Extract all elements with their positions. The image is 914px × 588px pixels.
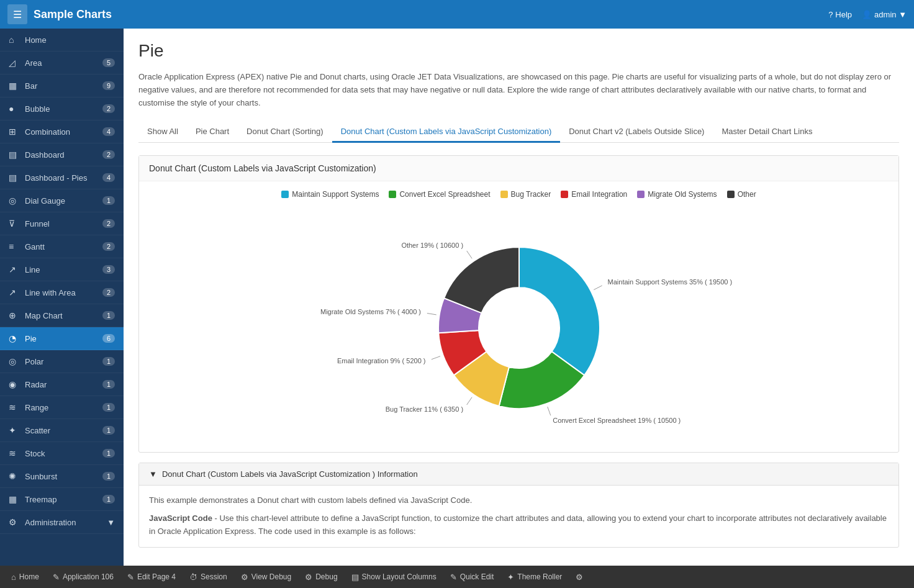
pie-icon: ◔	[9, 333, 20, 343]
range-icon: ≋	[9, 402, 20, 412]
sidebar-badge-radar: 1	[102, 380, 115, 389]
home-icon: ⌂	[9, 35, 20, 45]
donut-label-4: Migrate Old Systems 7% ( 4000 )	[320, 308, 420, 315]
legend-item: Migrate Old Systems	[637, 190, 717, 199]
chart-section: Donut Chart (Custom Labels via JavaScrip…	[138, 155, 899, 453]
bar-icon: ▦	[9, 81, 20, 91]
bottom-btn-home[interactable]: ⌂Home	[5, 570, 45, 584]
collapse-icon: ▼	[149, 469, 157, 479]
info-body: This example demonstrates a Donut chart …	[139, 486, 898, 546]
tab-donut-v2[interactable]: Donut Chart v2 (Labels Outside Slice)	[560, 122, 713, 143]
bottom-btn-label-quick-edit: Quick Edit	[460, 572, 494, 581]
sidebar-item-polar[interactable]: ◎Polar1	[0, 350, 124, 373]
bottom-btn-label-home: Home	[19, 572, 39, 581]
bottom-btn-label-application: Application 106	[63, 572, 114, 581]
sidebar-badge-stock: 1	[102, 449, 115, 458]
bottom-btn-view-debug[interactable]: ⚙View Debug	[235, 570, 298, 584]
sidebar-badge-funnel: 2	[102, 219, 115, 228]
bottom-btn-session[interactable]: ⏱Session	[183, 570, 233, 584]
admin-link[interactable]: 👤 admin ▼	[862, 10, 907, 19]
sidebar-item-radar[interactable]: ◉Radar1	[0, 373, 124, 396]
tab-donut-sorting[interactable]: Donut Chart (Sorting)	[238, 122, 332, 143]
line-icon: ↗	[9, 265, 20, 274]
tab-show-all[interactable]: Show All	[138, 122, 187, 143]
donut-label-1: Convert Excel Spreadsheet 19% ( 10500 )	[553, 417, 681, 425]
gantt-icon: ≡	[9, 242, 20, 251]
sidebar-label-gantt: Gantt	[25, 242, 102, 251]
bottom-btn-label-show-layout: Show Layout Columns	[362, 572, 437, 581]
donut-label-0: Maintain Support Systems 35% ( 19500 )	[607, 279, 732, 286]
sidebar-item-line-with-area[interactable]: ↗Line with Area2	[0, 281, 124, 304]
bottom-btn-label-view-debug: View Debug	[251, 572, 292, 581]
view-debug-icon: ⚙	[241, 572, 248, 582]
sidebar-item-bubble[interactable]: ●Bubble2	[0, 97, 124, 120]
legend-label: Convert Excel Spreadsheet	[399, 190, 490, 199]
dashboard-icon: ▤	[9, 150, 20, 160]
legend-label: Other	[738, 190, 756, 199]
area-icon: ◿	[9, 58, 20, 68]
sidebar-item-treemap[interactable]: ▦Treemap1	[0, 488, 124, 511]
donut-slice-5[interactable]	[444, 247, 519, 313]
sidebar-item-funnel[interactable]: ⊽Funnel2	[0, 212, 124, 235]
sidebar-item-dial-gauge[interactable]: ◎Dial Gauge1	[0, 189, 124, 212]
legend-item: Email Integration	[561, 190, 627, 199]
legend-swatch	[727, 191, 735, 198]
sidebar-item-line[interactable]: ↗Line3	[0, 258, 124, 281]
bottom-btn-edit-page[interactable]: ✎Edit Page 4	[121, 570, 182, 584]
sidebar-badge-sunburst: 1	[102, 472, 115, 481]
bottom-btn-settings[interactable]: ⚙	[569, 570, 589, 584]
label-line-0	[594, 286, 602, 290]
bottom-btn-theme-roller[interactable]: ✦Theme Roller	[501, 570, 568, 584]
sidebar-label-treemap: Treemap	[25, 495, 102, 504]
sidebar-label-combination: Combination	[25, 127, 102, 137]
sidebar-label-stock: Stock	[25, 449, 102, 458]
dashboard-pies-icon: ▤	[9, 173, 20, 183]
sidebar-item-stock[interactable]: ≋Stock1	[0, 442, 124, 465]
sidebar-label-line-with-area: Line with Area	[25, 288, 102, 297]
sidebar-label-line: Line	[25, 265, 102, 274]
tab-pie-chart[interactable]: Pie Chart	[187, 122, 238, 143]
legend-swatch	[500, 191, 508, 198]
page-title: Pie	[138, 41, 899, 61]
sidebar-label-bubble: Bubble	[25, 104, 102, 114]
donut-slice-0[interactable]	[519, 247, 600, 375]
sidebar-item-gantt[interactable]: ≡Gantt2	[0, 235, 124, 258]
sunburst-icon: ✺	[9, 471, 20, 481]
sidebar-item-area[interactable]: ◿Area5	[0, 52, 124, 75]
sidebar-item-range[interactable]: ≋Range1	[0, 396, 124, 419]
donut-chart-svg: Maintain Support Systems 35% ( 19500 )Co…	[358, 216, 681, 440]
sidebar-item-home[interactable]: ⌂Home	[0, 29, 124, 52]
tab-donut-custom[interactable]: Donut Chart (Custom Labels via JavaScrip…	[332, 122, 561, 143]
sidebar-item-dashboard[interactable]: ▤Dashboard2	[0, 143, 124, 166]
main-layout: ⌂Home◿Area5▦Bar9●Bubble2⊞Combination4▤Da…	[0, 29, 914, 566]
legend-label: Email Integration	[571, 190, 627, 199]
sidebar-label-area: Area	[25, 58, 102, 68]
bottom-btn-application[interactable]: ✎Application 106	[47, 570, 120, 584]
chart-container: Maintain Support Systems 35% ( 19500 )Co…	[139, 204, 898, 452]
menu-button[interactable]: ☰	[7, 4, 27, 24]
sidebar-item-dashboard-pies[interactable]: ▤Dashboard - Pies4	[0, 166, 124, 189]
sidebar-item-bar[interactable]: ▦Bar9	[0, 75, 124, 97]
sidebar-badge-line: 3	[102, 265, 115, 274]
sidebar-label-sunburst: Sunburst	[25, 472, 102, 481]
scatter-icon: ✦	[9, 425, 20, 435]
sidebar-item-administration[interactable]: ⚙Administration▼	[0, 511, 124, 534]
bottom-btn-show-layout[interactable]: ▤Show Layout Columns	[345, 570, 443, 584]
funnel-icon: ⊽	[9, 219, 20, 228]
sidebar: ⌂Home◿Area5▦Bar9●Bubble2⊞Combination4▤Da…	[0, 29, 124, 566]
sidebar-badge-area: 5	[102, 58, 115, 67]
sidebar-item-scatter[interactable]: ✦Scatter1	[0, 419, 124, 442]
legend-item: Maintain Support Systems	[281, 190, 379, 199]
bottom-btn-debug[interactable]: ⚙Debug	[299, 570, 343, 584]
sidebar-item-combination[interactable]: ⊞Combination4	[0, 120, 124, 143]
help-link[interactable]: ? Help	[828, 10, 852, 19]
sidebar-item-pie[interactable]: ◔Pie6	[0, 327, 124, 350]
sidebar-badge-map-chart: 1	[102, 311, 115, 320]
bottom-btn-quick-edit[interactable]: ✎Quick Edit	[444, 570, 500, 584]
sidebar-label-dial-gauge: Dial Gauge	[25, 196, 102, 206]
info-header[interactable]: ▼ Donut Chart (Custom Labels via JavaScr…	[139, 463, 898, 486]
sidebar-item-sunburst[interactable]: ✺Sunburst1	[0, 465, 124, 488]
tab-master-detail[interactable]: Master Detail Chart Links	[713, 122, 821, 143]
sidebar-item-map-chart[interactable]: ⊕Map Chart1	[0, 304, 124, 327]
bubble-icon: ●	[9, 104, 20, 114]
